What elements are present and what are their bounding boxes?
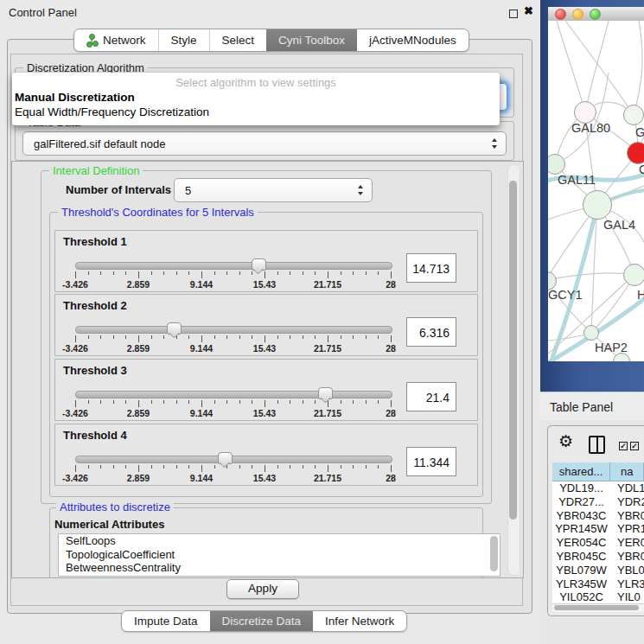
table-row[interactable]: YBR045CYBR0: [552, 550, 644, 564]
list-item[interactable]: SelfLoops: [59, 534, 500, 548]
table-row[interactable]: YDL19...YDL1: [552, 481, 644, 495]
threshold-2-label: Threshold 2: [63, 299, 127, 312]
num-intervals-combobox[interactable]: 5: [174, 178, 373, 202]
thresholds-group-label: Threshold's Coordinates for 5 Intervals: [58, 206, 258, 219]
node-hap2[interactable]: [583, 325, 599, 341]
apply-button[interactable]: Apply: [226, 579, 299, 599]
column-layout-icon[interactable]: [589, 436, 605, 454]
threshold-4-slider[interactable]: [75, 456, 392, 463]
num-intervals-label: Number of Intervals: [66, 183, 171, 196]
list-scrollbar[interactable]: [490, 536, 498, 571]
table-panel-header: Table Panel: [540, 392, 644, 422]
minimize-traffic-light-icon[interactable]: [572, 9, 583, 20]
threshold-2-value-field[interactable]: 6.316: [406, 317, 456, 347]
node-label: C: [639, 163, 644, 176]
checkbox-icon[interactable]: ✓: [619, 442, 628, 450]
numerical-attributes-list[interactable]: SelfLoops TopologicalCoefficient Between…: [58, 533, 501, 577]
settings-scroll-pane: Interval Definition Number of Intervals …: [11, 161, 524, 578]
table-row[interactable]: YDR27...YDR2: [552, 495, 644, 509]
threshold-1-label: Threshold 1: [63, 235, 127, 248]
network-view-canvas[interactable]: GAL80 GA GAL11 C GAL4 GCY1 H HAP2: [548, 21, 644, 361]
slider-ticks: [75, 400, 391, 408]
threshold-2-panel: Threshold 2 -3.4262.8599.14415.4321.7152…: [54, 294, 478, 356]
column-header-name[interactable]: na: [610, 462, 644, 481]
tab-style[interactable]: Style: [158, 29, 209, 51]
dropdown-option-equal-width[interactable]: Equal Width/Frequency Discretization: [15, 105, 209, 118]
interval-definition-label: Interval Definition: [49, 164, 143, 177]
threshold-1-slider[interactable]: [75, 262, 392, 270]
float-window-icon[interactable]: [509, 10, 518, 18]
threshold-2-slider[interactable]: [75, 326, 392, 334]
zoom-traffic-light-icon[interactable]: [590, 9, 601, 20]
node-gal4[interactable]: [583, 190, 612, 220]
table-row[interactable]: YLR345WYLR3: [552, 577, 644, 591]
threshold-1-value-field[interactable]: 14.713: [406, 253, 456, 283]
scrollbar-thumb[interactable]: [509, 181, 517, 520]
threshold-3-slider[interactable]: [75, 391, 392, 399]
checkbox-icon[interactable]: ✓: [630, 442, 639, 450]
threshold-3-value-field[interactable]: 21.4: [406, 382, 456, 411]
node-label: HAP2: [595, 341, 628, 354]
threshold-3-label: Threshold 3: [63, 364, 127, 377]
threshold-4-panel: Threshold 4 -3.4262.8599.14415.4321.7152…: [54, 424, 478, 486]
node-label: GCY1: [548, 288, 583, 302]
tab-jactivemnodules[interactable]: jActiveMNodules: [357, 29, 469, 51]
slider-thumb[interactable]: [318, 387, 333, 399]
table-panel-title: Table Panel: [550, 400, 613, 414]
settings-scrollbar[interactable]: [507, 164, 520, 576]
node-label: GA: [635, 125, 644, 139]
slider-thumb[interactable]: [167, 322, 182, 335]
node-label: GAL4: [603, 218, 635, 232]
table-row[interactable]: YIL052CYIL0: [552, 590, 644, 603]
network-window-titlebar[interactable]: [548, 7, 644, 22]
close-icon[interactable]: ✖: [524, 4, 533, 17]
threshold-4-value-field[interactable]: 11.344: [406, 447, 456, 476]
table-data-combobox[interactable]: galFiltered.sif default node: [22, 131, 507, 156]
tab-cyni-toolbox[interactable]: Cyni Toolbox: [266, 29, 357, 51]
gear-icon[interactable]: ⚙: [558, 431, 573, 451]
slider-ticks: [75, 271, 391, 279]
node-h[interactable]: [623, 264, 644, 286]
table-row[interactable]: YPR145WYPR1: [552, 522, 644, 536]
close-traffic-light-icon[interactable]: [555, 9, 566, 20]
list-item[interactable]: BetweennessCentrality: [59, 561, 500, 575]
tab-impute-data[interactable]: Impute Data: [122, 611, 210, 631]
table-row[interactable]: YER054CYER0: [552, 536, 644, 550]
tab-select[interactable]: Select: [209, 29, 267, 51]
screen: Control Panel ✖ Network Style Select Cyn…: [0, 0, 644, 644]
network-icon: [86, 34, 98, 47]
slider-thumb[interactable]: [218, 452, 233, 464]
slider-ticks: [75, 465, 391, 473]
slider-ticks: [75, 335, 391, 343]
node-unlabeled[interactable]: [623, 105, 644, 125]
combo-stepper-icon: [357, 185, 364, 195]
tab-infer-network[interactable]: Infer Network: [313, 611, 406, 631]
numerical-attributes-label: Numerical Attributes: [54, 518, 164, 531]
node-label: GAL80: [571, 121, 610, 135]
table-header-row: shared... na: [552, 462, 644, 481]
node-label: GAL11: [558, 173, 596, 187]
scrollbar-thumb[interactable]: [554, 605, 639, 610]
slider-thumb[interactable]: [252, 258, 266, 271]
threshold-3-panel: Threshold 3 -3.4262.8599.14415.4321.7152…: [54, 359, 478, 421]
table-row[interactable]: YBL079WYBL0: [552, 564, 644, 577]
column-header-shared-name[interactable]: shared...: [552, 462, 610, 481]
threshold-1-panel: Threshold 1 -3.4262.8599.14415.4321.7152…: [54, 230, 478, 292]
attributes-group-label: Attributes to discretize: [56, 501, 174, 513]
dropdown-option-manual[interactable]: Manual Discretization: [15, 91, 135, 104]
node-selected-red[interactable]: [627, 142, 644, 164]
table-horizontal-scrollbar[interactable]: [552, 603, 644, 612]
threshold-4-label: Threshold 4: [63, 429, 127, 442]
algorithm-dropdown-popup: Select algorithm to view settings Manual…: [12, 73, 500, 125]
control-panel-tabs: Network Style Select Cyni Toolbox jActiv…: [73, 29, 469, 52]
list-item[interactable]: TopologicalCoefficient: [59, 548, 500, 562]
tab-network[interactable]: Network: [74, 29, 158, 51]
node-label: H: [637, 288, 644, 302]
combo-stepper-icon: [491, 138, 498, 149]
window-title: Control Panel: [9, 6, 77, 19]
table-row[interactable]: YBR043CYBR0: [552, 509, 644, 523]
cyni-mode-tabs: Impute Data Discretize Data Infer Networ…: [121, 610, 407, 632]
node-attribute-table[interactable]: shared... na YDL19...YDL1 YDR27...YDR2 Y…: [552, 462, 644, 603]
tab-discretize-data[interactable]: Discretize Data: [210, 611, 314, 631]
dropdown-placeholder: Select algorithm to view settings: [12, 76, 500, 89]
